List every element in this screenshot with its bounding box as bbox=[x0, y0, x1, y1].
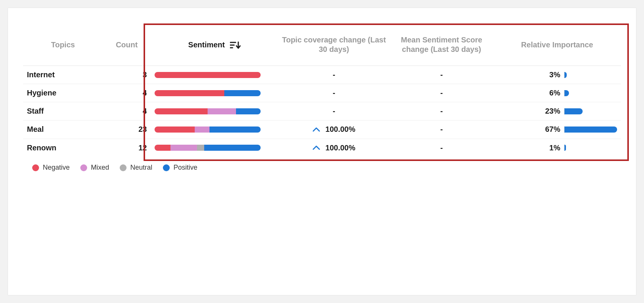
header-score-label: Mean Sentiment Score change (Last 30 day… bbox=[394, 35, 490, 54]
cell-count: 23 bbox=[103, 120, 150, 139]
table-row[interactable]: Hygiene4--6% bbox=[23, 84, 621, 102]
cell-score-change: - bbox=[390, 139, 494, 157]
cell-sentiment bbox=[151, 84, 278, 102]
legend-neutral-label: Neutral bbox=[130, 164, 152, 172]
cell-relative-importance: 3% bbox=[493, 66, 621, 84]
relative-importance-value: 67% bbox=[541, 125, 560, 134]
cell-count: 3 bbox=[103, 66, 150, 84]
cell-topic: Renown bbox=[23, 139, 103, 157]
table-row[interactable]: Renown12100.00%-1% bbox=[23, 139, 621, 157]
chevron-up-icon bbox=[313, 127, 320, 132]
legend-positive-label: Positive bbox=[174, 164, 197, 172]
sentiment-seg-positive bbox=[209, 127, 260, 133]
sentiment-bar bbox=[155, 108, 261, 114]
sentiment-seg-negative bbox=[155, 145, 170, 151]
sentiment-bar bbox=[155, 145, 261, 151]
sentiment-seg-mixed bbox=[170, 145, 197, 151]
sentiment-seg-positive bbox=[224, 90, 260, 96]
cell-topic: Staff bbox=[23, 102, 103, 120]
legend-negative-label: Negative bbox=[43, 164, 70, 172]
topics-card: Topics Count Sentiment bbox=[8, 8, 636, 295]
cell-coverage-change: - bbox=[278, 102, 390, 120]
coverage-change-value: 100.00% bbox=[325, 144, 355, 152]
legend-neutral-swatch bbox=[120, 164, 127, 171]
sentiment-legend: Negative Mixed Neutral Positive bbox=[23, 157, 621, 172]
header-topics-label: Topics bbox=[51, 41, 75, 49]
table-row[interactable]: Internet3--3% bbox=[23, 66, 621, 84]
cell-relative-importance: 6% bbox=[493, 84, 621, 102]
cell-sentiment bbox=[151, 102, 278, 120]
cell-relative-importance: 67% bbox=[493, 120, 621, 139]
sentiment-seg-mixed bbox=[208, 108, 236, 114]
sentiment-seg-mixed bbox=[195, 127, 209, 133]
dash-icon: - bbox=[333, 107, 335, 115]
relative-importance-value: 1% bbox=[541, 144, 560, 152]
relative-importance-bar bbox=[564, 127, 617, 133]
cell-score-change: - bbox=[390, 66, 494, 84]
sentiment-seg-negative bbox=[155, 127, 195, 133]
cell-count: 12 bbox=[103, 139, 150, 157]
header-coverage[interactable]: Topic coverage change (Last 30 days) bbox=[278, 31, 390, 66]
legend-mixed-swatch bbox=[80, 164, 87, 171]
dash-icon: - bbox=[333, 89, 335, 97]
table-row[interactable]: Staff4--23% bbox=[23, 102, 621, 120]
legend-neutral: Neutral bbox=[120, 164, 152, 172]
cell-coverage-change: 100.00% bbox=[278, 139, 390, 157]
cell-coverage-change: - bbox=[278, 84, 390, 102]
sentiment-seg-positive bbox=[236, 108, 260, 114]
chevron-up-icon bbox=[313, 145, 320, 150]
cell-sentiment bbox=[151, 120, 278, 139]
table-header-row: Topics Count Sentiment bbox=[23, 31, 621, 66]
legend-positive: Positive bbox=[163, 164, 197, 172]
cell-relative-importance: 23% bbox=[493, 102, 621, 120]
sentiment-bar bbox=[155, 72, 261, 78]
header-sentiment[interactable]: Sentiment bbox=[151, 31, 278, 66]
legend-negative: Negative bbox=[32, 164, 70, 172]
cell-topic: Meal bbox=[23, 120, 103, 139]
header-topics[interactable]: Topics bbox=[23, 31, 103, 66]
relative-importance-value: 23% bbox=[541, 107, 560, 116]
sentiment-seg-neutral bbox=[197, 145, 205, 151]
sentiment-seg-positive bbox=[204, 145, 260, 151]
coverage-change-value: 100.00% bbox=[325, 125, 355, 134]
cell-coverage-change: 100.00% bbox=[278, 120, 390, 139]
table-row[interactable]: Meal23100.00%-67% bbox=[23, 120, 621, 139]
cell-count: 4 bbox=[103, 84, 150, 102]
cell-relative-importance: 1% bbox=[493, 139, 621, 157]
sentiment-seg-negative bbox=[155, 108, 208, 114]
relative-importance-value: 6% bbox=[541, 89, 560, 97]
cell-sentiment bbox=[151, 66, 278, 84]
relative-importance-bar bbox=[564, 72, 617, 78]
dash-icon: - bbox=[440, 70, 443, 79]
dash-icon: - bbox=[440, 89, 443, 97]
sort-desc-icon bbox=[230, 41, 241, 49]
cell-topic: Internet bbox=[23, 66, 103, 84]
relative-importance-bar bbox=[564, 108, 617, 114]
header-count[interactable]: Count bbox=[103, 31, 150, 66]
cell-topic: Hygiene bbox=[23, 84, 103, 102]
topics-table: Topics Count Sentiment bbox=[23, 31, 621, 157]
relative-importance-value: 3% bbox=[541, 70, 560, 79]
legend-mixed-label: Mixed bbox=[91, 164, 109, 172]
dash-icon: - bbox=[440, 144, 443, 152]
dash-icon: - bbox=[440, 125, 443, 133]
header-relative-label: Relative Importance bbox=[521, 41, 593, 49]
sentiment-seg-negative bbox=[155, 72, 261, 78]
cell-score-change: - bbox=[390, 84, 494, 102]
legend-mixed: Mixed bbox=[80, 164, 109, 172]
header-sentiment-label: Sentiment bbox=[188, 41, 225, 49]
dash-icon: - bbox=[333, 70, 335, 79]
legend-positive-swatch bbox=[163, 164, 170, 171]
cell-score-change: - bbox=[390, 102, 494, 120]
cell-sentiment bbox=[151, 139, 278, 157]
page: Topics Count Sentiment bbox=[0, 0, 644, 303]
header-score[interactable]: Mean Sentiment Score change (Last 30 day… bbox=[390, 31, 494, 66]
dash-icon: - bbox=[440, 107, 443, 115]
relative-importance-bar bbox=[564, 90, 617, 96]
sentiment-bar bbox=[155, 127, 261, 133]
sentiment-seg-negative bbox=[155, 90, 225, 96]
header-relative[interactable]: Relative Importance bbox=[493, 31, 621, 66]
legend-negative-swatch bbox=[32, 164, 39, 171]
relative-importance-bar bbox=[564, 145, 617, 151]
header-coverage-label: Topic coverage change (Last 30 days) bbox=[282, 35, 386, 54]
